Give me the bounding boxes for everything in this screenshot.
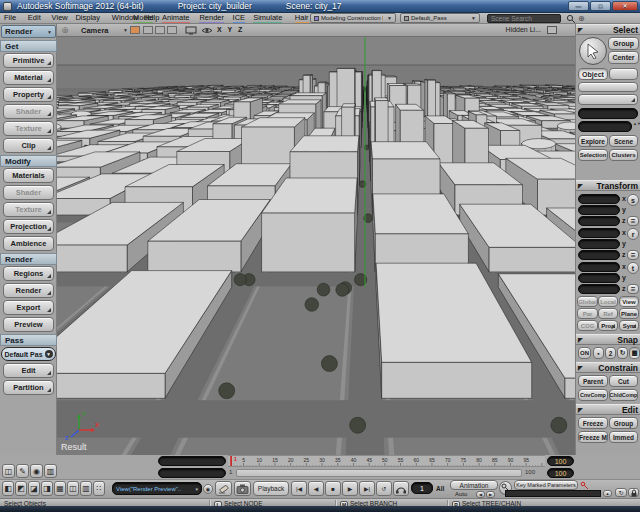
button-property[interactable]: Property bbox=[3, 87, 54, 102]
button-partition[interactable]: Partition bbox=[3, 380, 54, 395]
freeze-m-button[interactable]: Freeze M bbox=[578, 431, 608, 443]
center-button[interactable]: Center bbox=[608, 51, 639, 64]
layout-top-icon[interactable]: ◩ bbox=[15, 481, 27, 496]
selection-spinner[interactable]: ▲▼ bbox=[633, 121, 639, 126]
transform-r-x-field[interactable] bbox=[578, 228, 620, 238]
snap-rotate-icon[interactable]: ↻ bbox=[617, 347, 628, 359]
cnvcomp-button[interactable]: CnvComp bbox=[578, 389, 608, 401]
viewport[interactable]: ◎ Camera ▼ X Y Z Hidden Li... YXZResult bbox=[57, 24, 575, 455]
swatch-3[interactable] bbox=[167, 26, 177, 34]
space-prop-button[interactable]: Prop bbox=[598, 320, 618, 331]
view-options-button[interactable]: ◉ bbox=[203, 484, 213, 494]
snap-point-icon[interactable]: ▪ bbox=[593, 347, 604, 359]
spinner-t[interactable]: ☰ bbox=[627, 284, 639, 294]
stop-button[interactable]: ■ bbox=[325, 481, 341, 496]
key-marked-parameters-button[interactable]: Key Marked Parameters bbox=[514, 480, 578, 490]
audio-button[interactable] bbox=[393, 481, 409, 496]
menu-animate[interactable]: Animate bbox=[162, 13, 190, 24]
snap-on-button[interactable]: ON bbox=[578, 347, 591, 359]
update-button[interactable]: ↻ bbox=[615, 488, 627, 497]
button-materials[interactable]: Materials bbox=[3, 168, 54, 183]
menu-file[interactable]: File bbox=[4, 13, 16, 24]
params-up-button[interactable]: ▲ bbox=[603, 490, 612, 497]
button-material[interactable]: Material bbox=[3, 70, 54, 85]
tool-r-button[interactable]: r bbox=[627, 228, 639, 240]
swatch-1[interactable] bbox=[143, 26, 153, 34]
loop-button[interactable]: ↺ bbox=[376, 481, 392, 496]
group-button[interactable]: Group bbox=[608, 37, 639, 50]
button-ambience[interactable]: Ambience bbox=[3, 236, 54, 251]
camera-selector[interactable]: Camera bbox=[81, 26, 109, 35]
layout-bottom-icon[interactable]: ◪ bbox=[28, 481, 40, 496]
viewport-canvas[interactable]: YXZResult bbox=[57, 37, 575, 455]
button-export[interactable]: Export bbox=[3, 300, 54, 315]
pass-selector-dropdown[interactable]: Default_Pass▼ bbox=[400, 13, 480, 23]
camera-memo-icon[interactable] bbox=[547, 26, 557, 34]
clusters-button[interactable]: Clusters bbox=[609, 149, 638, 161]
menu-ice[interactable]: ICE bbox=[233, 13, 246, 24]
cut-button[interactable]: Cut bbox=[609, 375, 638, 387]
timeline-ruler[interactable]: 51015202530354045505560657075808590951 bbox=[228, 455, 545, 467]
maximize-button[interactable]: □ bbox=[590, 1, 611, 11]
red-key-icon[interactable] bbox=[580, 481, 590, 490]
explore-button[interactable]: Explore bbox=[578, 135, 608, 147]
object-button[interactable]: Object bbox=[578, 68, 608, 80]
selection-field-1[interactable] bbox=[578, 108, 638, 119]
menu-model[interactable]: Model bbox=[133, 13, 153, 24]
marked-params-field[interactable] bbox=[505, 490, 601, 497]
xyz-axes-toggle[interactable]: X Y Z bbox=[217, 26, 244, 33]
layout-custom-icon[interactable]: ∷ bbox=[93, 481, 105, 496]
button-preview[interactable]: Preview bbox=[3, 317, 54, 332]
swatch-2[interactable] bbox=[155, 26, 165, 34]
transform-t-y-field[interactable] bbox=[578, 273, 620, 283]
go-start-button[interactable]: |◀ bbox=[291, 481, 307, 496]
range-end-field[interactable]: 100 bbox=[547, 468, 574, 478]
transform-t-z-field[interactable] bbox=[578, 284, 620, 294]
palette-icon[interactable]: ◉ bbox=[30, 464, 43, 478]
layout-quad-icon[interactable]: ▦ bbox=[54, 481, 66, 496]
auto-prev-button[interactable]: ◀ bbox=[476, 491, 485, 498]
menu-hair[interactable]: Hair bbox=[295, 13, 309, 24]
tool-s-button[interactable]: s bbox=[627, 194, 639, 206]
selection-button[interactable]: Selection bbox=[578, 149, 608, 161]
transform-r-y-field[interactable] bbox=[578, 239, 620, 249]
transform-s-z-field[interactable] bbox=[578, 216, 620, 226]
button-edit[interactable]: Edit bbox=[3, 363, 54, 378]
view-mode-icon[interactable]: ◎ bbox=[62, 26, 68, 34]
button-regions[interactable]: Regions bbox=[3, 266, 54, 281]
panes-icon[interactable]: ▥ bbox=[44, 464, 57, 478]
menu-render[interactable]: Render bbox=[199, 13, 224, 24]
button-primitive[interactable]: Primitive bbox=[3, 53, 54, 68]
chldcomp-button[interactable]: ChldComp bbox=[609, 389, 638, 401]
auto-next-button[interactable]: ▶ bbox=[486, 491, 495, 498]
snap-curve-icon[interactable]: 2 bbox=[605, 347, 616, 359]
transform-t-x-field[interactable] bbox=[578, 262, 620, 272]
search-icon[interactable] bbox=[566, 14, 576, 23]
button-render[interactable]: Render bbox=[3, 283, 54, 298]
pages-icon[interactable]: ◫ bbox=[2, 464, 15, 478]
transform-s-x-field[interactable] bbox=[578, 194, 620, 204]
pass-dropdown[interactable]: Default Pas▼ bbox=[1, 347, 56, 361]
layout-split-icon[interactable]: ◫ bbox=[67, 481, 79, 496]
space-plane-button[interactable]: Plane bbox=[619, 308, 639, 319]
selection-field-2[interactable] bbox=[578, 121, 632, 132]
monitor-icon[interactable] bbox=[185, 26, 197, 35]
transform-s-y-field[interactable] bbox=[578, 205, 620, 215]
timeline-range-bar[interactable] bbox=[236, 469, 522, 477]
playback-button[interactable]: Playback bbox=[253, 481, 289, 496]
spinner-s[interactable]: ☰ bbox=[627, 216, 639, 226]
button-clip[interactable]: Clip bbox=[3, 138, 54, 153]
menu-edit[interactable]: Edit bbox=[28, 13, 41, 24]
freeze-button[interactable]: Freeze bbox=[578, 417, 608, 429]
snap-grid-icon[interactable]: ▦ bbox=[629, 347, 640, 359]
tool-t-button[interactable]: t bbox=[627, 262, 639, 274]
space-sym-button[interactable]: Sym bbox=[619, 320, 639, 331]
snapshot-button[interactable] bbox=[234, 481, 251, 496]
display-mode-selector[interactable]: Hidden Li... bbox=[506, 26, 541, 33]
layout-left-icon[interactable]: ◧ bbox=[2, 481, 14, 496]
end-frame-field[interactable]: 100 bbox=[547, 456, 574, 466]
scene-search-input[interactable] bbox=[487, 14, 561, 23]
close-button[interactable]: ✕ bbox=[612, 1, 638, 11]
play-button[interactable]: ▶ bbox=[342, 481, 358, 496]
space-view-button[interactable]: View bbox=[619, 296, 639, 307]
